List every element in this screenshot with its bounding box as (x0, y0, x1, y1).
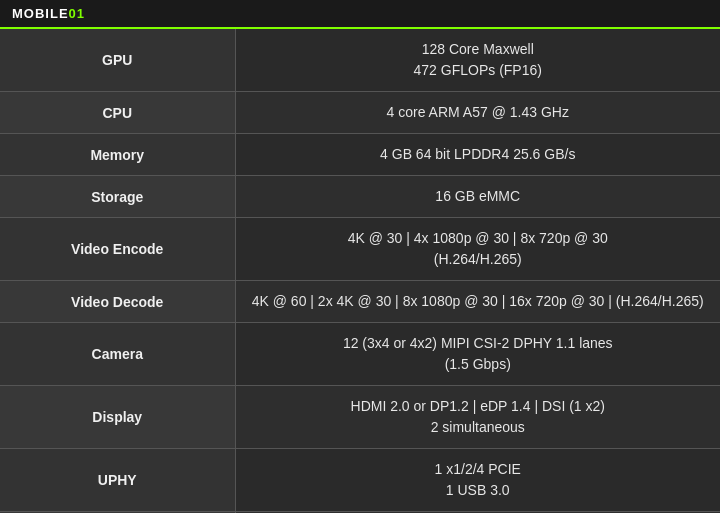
row-value: 128 Core Maxwell472 GFLOPs (FP16) (235, 29, 720, 92)
row-label: Display (0, 386, 235, 449)
row-value: 4 GB 64 bit LPDDR4 25.6 GB/s (235, 134, 720, 176)
row-label: Storage (0, 176, 235, 218)
logo-text: MOBILE (12, 6, 69, 21)
specs-table: GPU128 Core Maxwell472 GFLOPs (FP16)CPU4… (0, 29, 720, 513)
row-label: Camera (0, 323, 235, 386)
table-row: GPU128 Core Maxwell472 GFLOPs (FP16) (0, 29, 720, 92)
row-value: 16 GB eMMC (235, 176, 720, 218)
row-label: Memory (0, 134, 235, 176)
header: MOBILE01 (0, 0, 720, 29)
logo-suffix: 01 (69, 6, 85, 21)
table-row: Memory4 GB 64 bit LPDDR4 25.6 GB/s (0, 134, 720, 176)
row-label: Video Encode (0, 218, 235, 281)
row-value: 4K @ 30 | 4x 1080p @ 30 | 8x 720p @ 30(H… (235, 218, 720, 281)
table-row: UPHY1 x1/2/4 PCIE1 USB 3.0 (0, 449, 720, 512)
table-row: Video Decode4K @ 60 | 2x 4K @ 30 | 8x 10… (0, 281, 720, 323)
table-row: Camera12 (3x4 or 4x2) MIPI CSI-2 DPHY 1.… (0, 323, 720, 386)
row-value: 12 (3x4 or 4x2) MIPI CSI-2 DPHY 1.1 lane… (235, 323, 720, 386)
row-label: GPU (0, 29, 235, 92)
table-row: Storage16 GB eMMC (0, 176, 720, 218)
row-label: Video Decode (0, 281, 235, 323)
row-value: HDMI 2.0 or DP1.2 | eDP 1.4 | DSI (1 x2)… (235, 386, 720, 449)
row-value: 4 core ARM A57 @ 1.43 GHz (235, 92, 720, 134)
table-row: CPU4 core ARM A57 @ 1.43 GHz (0, 92, 720, 134)
row-label: UPHY (0, 449, 235, 512)
logo: MOBILE01 (12, 6, 85, 21)
row-label: CPU (0, 92, 235, 134)
row-value: 4K @ 60 | 2x 4K @ 30 | 8x 1080p @ 30 | 1… (235, 281, 720, 323)
table-row: DisplayHDMI 2.0 or DP1.2 | eDP 1.4 | DSI… (0, 386, 720, 449)
row-value: 1 x1/2/4 PCIE1 USB 3.0 (235, 449, 720, 512)
table-row: Video Encode4K @ 30 | 4x 1080p @ 30 | 8x… (0, 218, 720, 281)
